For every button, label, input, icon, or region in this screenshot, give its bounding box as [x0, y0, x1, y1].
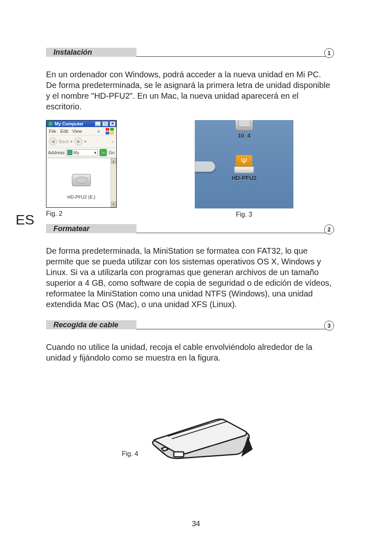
toolbar-more[interactable]: » — [111, 139, 114, 144]
language-code: ES — [16, 212, 34, 228]
window-titlebar: My Computer _ □ × — [46, 120, 116, 127]
scroll-track[interactable] — [111, 164, 116, 201]
device-illustration — [145, 392, 256, 462]
section-number-badge: 2 — [324, 224, 334, 234]
address-bar: Address My ▾ → Go — [46, 148, 116, 158]
section-title: Formatear — [46, 224, 136, 233]
scrollbar[interactable]: ▴ ▾ — [111, 158, 116, 207]
address-value: My — [73, 150, 79, 155]
drive-label: HD-PFU2 (E:) — [67, 194, 95, 199]
menu-view[interactable]: View — [72, 129, 82, 134]
window-content: HD-PFU2 (E:) ▴ ▾ — [46, 158, 116, 207]
section-header-recogida: Recogida de cable 3 — [46, 318, 332, 329]
usb-drive-icon: Ψ — [234, 155, 254, 173]
back-button[interactable]: ◄ — [49, 137, 57, 146]
windows-flag-icon — [106, 128, 114, 134]
section-body: De forma predeterminada, la MiniStation … — [46, 245, 332, 310]
figure-caption: Fig. 4 — [122, 450, 138, 458]
section-title: Instalación — [46, 48, 136, 57]
hdd-icon — [235, 120, 253, 131]
mac-hdd-item[interactable]: 10_4 — [224, 120, 265, 139]
dock-tab — [195, 161, 215, 172]
page-number: 34 — [0, 520, 392, 528]
maximize-button[interactable]: □ — [102, 121, 108, 126]
my-computer-icon — [48, 121, 53, 126]
usb-symbol-icon: Ψ — [241, 157, 247, 166]
menu-file[interactable]: File — [49, 129, 56, 134]
svg-rect-0 — [174, 452, 184, 457]
mac-usb-item[interactable]: Ψ HD-PFU2 — [224, 155, 265, 181]
usb-label: HD-PFU2 — [224, 175, 265, 181]
window-menubar: File Edit View » — [46, 127, 116, 136]
go-button[interactable]: → — [99, 149, 107, 156]
windows-my-computer-window: My Computer _ □ × File Edit View » ◄ Bac… — [46, 120, 117, 208]
section-header-formatear: Formatear 2 — [46, 222, 332, 233]
section-number-badge: 1 — [324, 48, 334, 58]
mac-desktop: 10_4 Ψ HD-PFU2 — [195, 120, 293, 208]
menu-edit[interactable]: Edit — [60, 129, 68, 134]
section-body: En un ordenador con Windows, podrá acced… — [46, 69, 332, 112]
close-button[interactable]: × — [110, 121, 115, 126]
forward-button[interactable]: ► — [74, 137, 83, 146]
my-computer-icon — [67, 150, 72, 155]
address-input[interactable]: My ▾ — [66, 149, 98, 156]
hdd-label: 10_4 — [224, 132, 265, 139]
window-toolbar: ◄ Back ▾ ► ▾ » — [46, 136, 116, 148]
go-label: Go — [108, 150, 115, 155]
scroll-down-button[interactable]: ▾ — [111, 201, 116, 207]
figure-caption: Fig. 3 — [195, 211, 293, 218]
section-number-badge: 3 — [324, 321, 334, 331]
section-header-instalacion: Instalación 1 — [46, 45, 332, 57]
drive-icon[interactable] — [72, 174, 91, 186]
back-label: Back — [59, 139, 69, 144]
section-title: Recogida de cable — [46, 320, 136, 329]
section-body: Cuando no utilice la unidad, recoja el c… — [46, 342, 332, 363]
menu-more[interactable]: » — [97, 129, 100, 134]
window-title: My Computer — [55, 121, 83, 126]
minimize-button[interactable]: _ — [95, 121, 101, 126]
scroll-up-button[interactable]: ▴ — [111, 158, 116, 164]
figure-caption: Fig. 2 — [46, 210, 117, 217]
address-label: Address — [48, 150, 65, 155]
